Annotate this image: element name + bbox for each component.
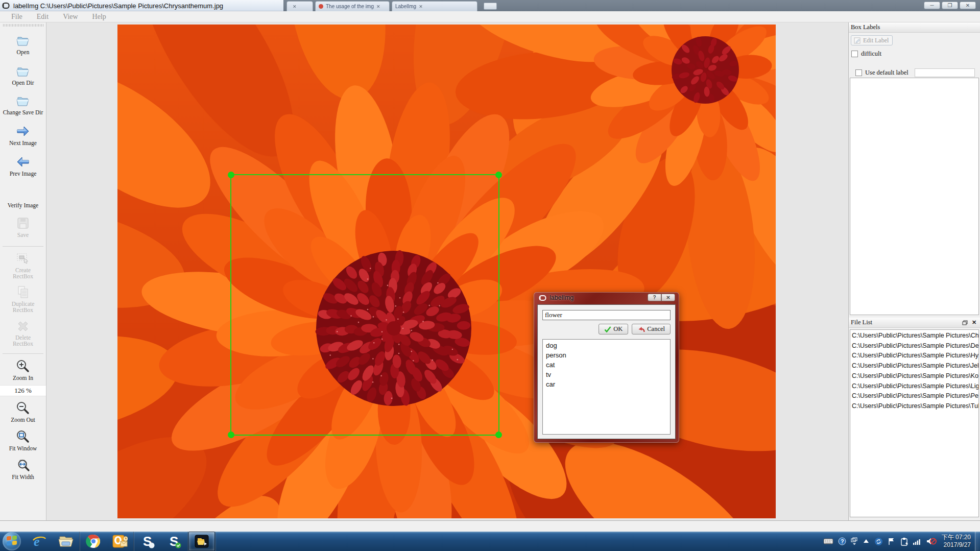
dialog-help-button[interactable]: ? — [648, 294, 661, 301]
show-hidden-icon[interactable] — [863, 539, 870, 544]
toolbar-label: Delete RectBox — [13, 334, 33, 347]
zoom-out-button[interactable]: Zoom Out — [0, 400, 46, 423]
sync-icon[interactable] — [874, 537, 883, 546]
action-center-icon[interactable] — [888, 537, 896, 545]
language-bar-icon[interactable] — [851, 537, 858, 545]
verify-image-button[interactable]: Verify Image — [0, 186, 46, 208]
label-dialog: labelImg ? ✕ OK Cancel — [534, 292, 679, 443]
box-labels-list[interactable] — [850, 78, 979, 315]
bbox-handle-bottom-left[interactable] — [228, 432, 234, 438]
file-list-item[interactable]: C:\Users\Public\Pictures\Sample Pictures… — [850, 361, 978, 371]
cancel-button[interactable]: Cancel — [632, 324, 671, 334]
window-title: labelImg C:\Users\Public\Pictures\Sample… — [13, 2, 223, 10]
minimize-button[interactable]: ─ — [924, 2, 940, 9]
label-options-list[interactable]: dogpersoncattvcar — [542, 339, 671, 435]
arrow-left-icon — [16, 154, 30, 170]
taskbar-chrome[interactable] — [80, 532, 107, 551]
label-option-tv[interactable]: tv — [543, 370, 670, 379]
label-option-car[interactable]: car — [543, 379, 670, 389]
bbox-handle-bottom-right[interactable] — [495, 432, 502, 438]
clipboard-icon[interactable] — [900, 537, 908, 546]
background-tab[interactable]: ✕ — [286, 1, 313, 11]
fit-width-icon — [16, 458, 30, 473]
prev-image-button[interactable]: Prev Image — [0, 154, 46, 177]
dialog-titlebar[interactable]: labelImg — [539, 294, 573, 301]
tab-close-icon[interactable]: ✕ — [376, 4, 380, 9]
network-icon[interactable] — [913, 538, 922, 545]
default-label-input[interactable] — [915, 68, 975, 77]
restore-button[interactable]: ❐ — [942, 2, 958, 9]
file-list-item[interactable]: C:\Users\Public\Pictures\Sample Pictures… — [850, 391, 978, 401]
new-tab-button[interactable] — [484, 3, 497, 10]
help-icon[interactable]: ? — [838, 537, 846, 545]
menubar: FileEditViewHelp — [0, 11, 980, 22]
menu-view[interactable]: View — [57, 12, 84, 21]
file-list-item[interactable]: C:\Users\Public\Pictures\Sample Pictures… — [850, 371, 978, 381]
image-canvas[interactable] — [46, 22, 848, 520]
use-default-label-checkbox[interactable] — [855, 69, 862, 76]
close-button[interactable]: ✕ — [960, 2, 976, 9]
fit-window-button[interactable]: Fit Window — [0, 429, 46, 451]
next-image-button[interactable]: Next Image — [0, 124, 46, 146]
taskbar-skype-online[interactable]: S — [161, 532, 187, 551]
file-list[interactable]: C:\Users\Public\Pictures\Sample Pictures… — [850, 329, 979, 517]
box-labels-header: Box Labels — [849, 22, 980, 33]
file-list-item[interactable]: C:\Users\Public\Pictures\Sample Pictures… — [850, 331, 978, 341]
taskbar-internet-explorer[interactable]: e — [26, 532, 53, 551]
zoom-level-value[interactable]: 126 % — [0, 385, 46, 396]
volume-muted-icon[interactable] — [926, 537, 937, 545]
bbox-handle-top-left[interactable] — [228, 172, 234, 178]
menu-edit[interactable]: Edit — [31, 12, 55, 21]
tab-close-icon[interactable]: ✕ — [293, 4, 297, 9]
system-tray: ? — [823, 537, 939, 546]
file-list-item[interactable]: C:\Users\Public\Pictures\Sample Pictures… — [850, 351, 978, 361]
difficult-checkbox[interactable] — [851, 51, 858, 57]
background-tab[interactable]: LabelImg ✕ — [392, 1, 477, 11]
labelimg-app-icon — [2, 2, 10, 9]
label-input[interactable] — [542, 310, 671, 320]
bbox-handle-top-right[interactable] — [495, 172, 502, 178]
bounding-box[interactable] — [230, 174, 499, 436]
duplicate-rectbox-button: Duplicate RectBox — [0, 284, 46, 313]
right-panel: Box Labels Edit Label difficult Use defa… — [848, 22, 980, 520]
taskbar: eSS ? 下午 07:20 2017/9/27 — [0, 532, 980, 551]
dialog-close-button[interactable]: ✕ — [661, 294, 675, 301]
menu-file[interactable]: File — [5, 12, 29, 21]
skype-online-icon: S — [166, 534, 182, 549]
background-tab[interactable]: The usage of the img ✕ — [315, 1, 390, 11]
open-button[interactable]: Open — [0, 33, 46, 55]
menu-help[interactable]: Help — [86, 12, 112, 21]
create-rect-icon — [16, 251, 30, 266]
taskbar-clock[interactable]: 下午 07:20 2017/9/27 — [942, 534, 971, 549]
label-option-dog[interactable]: dog — [543, 341, 670, 350]
chrome-icon — [86, 534, 101, 549]
start-button[interactable] — [3, 532, 21, 550]
file-list-item[interactable]: C:\Users\Public\Pictures\Sample Pictures… — [850, 381, 978, 392]
taskbar-separator — [215, 532, 216, 551]
tab-close-icon[interactable]: ✕ — [419, 4, 423, 9]
ok-button[interactable]: OK — [599, 324, 628, 334]
keyboard-icon[interactable] — [823, 538, 833, 545]
toolbar-label: Change Save Dir — [3, 109, 43, 115]
edit-label-button[interactable]: Edit Label — [851, 35, 893, 45]
fit-width-button[interactable]: Fit Width — [0, 458, 46, 480]
toolbar-label: Prev Image — [10, 171, 37, 177]
taskbar-windows-explorer[interactable] — [53, 532, 79, 551]
dock-close-icon[interactable]: ✕ — [970, 319, 978, 326]
toolbar-label: Fit Window — [9, 445, 37, 451]
taskbar-outlook[interactable] — [107, 532, 133, 551]
taskbar-skype[interactable]: S — [134, 532, 161, 551]
show-desktop-button[interactable] — [975, 532, 980, 551]
file-list-item[interactable]: C:\Users\Public\Pictures\Sample Pictures… — [850, 341, 978, 351]
file-list-item[interactable]: C:\Users\Public\Pictures\Sample Pictures… — [850, 401, 978, 412]
blank-icon — [16, 186, 30, 201]
open-dir-button[interactable]: Open Dir — [0, 63, 46, 86]
toolbar-drag-handle[interactable] — [3, 24, 43, 27]
label-option-cat[interactable]: cat — [543, 360, 670, 370]
windows-explorer-icon — [58, 535, 74, 548]
change-save-dir-button[interactable]: Change Save Dir — [0, 93, 46, 115]
label-option-person[interactable]: person — [543, 350, 670, 360]
zoom-in-button[interactable]: Zoom In — [0, 358, 46, 381]
dock-float-icon[interactable] — [961, 319, 969, 326]
taskbar-labelimg[interactable] — [188, 532, 215, 551]
